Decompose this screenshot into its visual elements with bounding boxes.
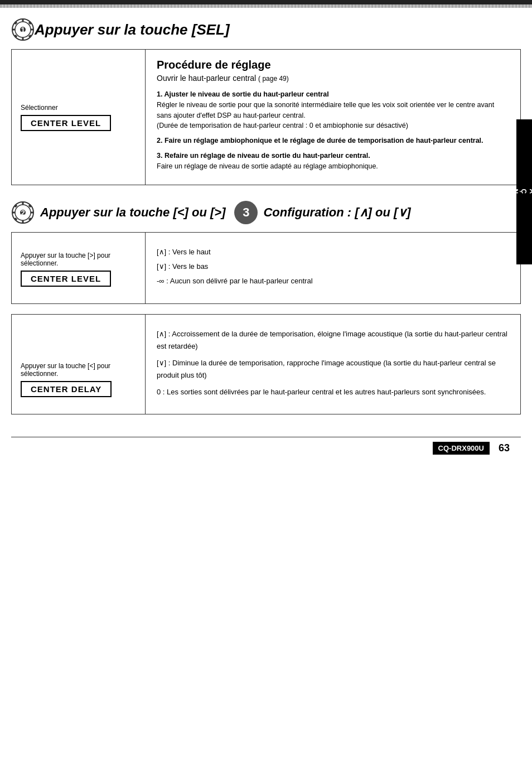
svg-text:1: 1: [21, 26, 25, 34]
proc-title-2: Faire un réglage ambiophonique et le rég…: [165, 137, 483, 144]
proc-num-1: 1.: [157, 90, 164, 98]
delay-item-1: [∧] : Accroissement de la durée de tempo…: [157, 328, 509, 353]
proc-body-3: Faire un réglage de niveau de sortie ada…: [157, 162, 378, 170]
proc-num-2: 2.: [157, 137, 165, 144]
proc-num-3: 3.: [157, 152, 165, 160]
svg-rect-5: [31, 29, 33, 31]
section2-box2: Appuyer sur la touche [<] pour sélection…: [11, 314, 521, 414]
step3-title: Configuration : [∧] ou [∨]: [263, 205, 410, 220]
config-item-3: -∞ : Aucun son délivré par le haut-parle…: [157, 275, 509, 287]
svg-rect-15: [22, 220, 24, 223]
delay-item-3-text: 0 : Les sorties sont délivrées par le ha…: [157, 388, 486, 396]
delay-item-2-text: [∨] : Diminue la durée de temporisation,…: [157, 359, 496, 379]
section2-box2-right: [∧] : Accroissement de la durée de tempo…: [146, 315, 520, 414]
sidebar-tab: F R A N Ç A I S 17: [516, 119, 532, 264]
svg-rect-3: [22, 37, 24, 40]
center-level-display-1: CENTER LEVEL: [21, 115, 111, 131]
section1-box: Sélectionner CENTER LEVEL Procédure de r…: [11, 49, 521, 185]
section1-right-col: Procédure de réglage Ouvrir le haut-parl…: [146, 50, 520, 185]
top-bar: [0, 0, 532, 4]
section2-box1-right: [∧] : Vers le haut [∨] : Vers le bas -∞ …: [146, 233, 520, 303]
step1-icon: 1: [11, 18, 35, 41]
svg-rect-4: [12, 29, 15, 31]
main-content: 1 Appuyer sur la touche [SEL] Sélectionn…: [0, 8, 532, 470]
procedure-subtitle-text: Ouvrir le haut-parleur central: [157, 74, 256, 83]
procedure-title: Procédure de réglage: [157, 59, 509, 71]
center-delay-display: CENTER DELAY: [21, 381, 112, 397]
section2-box1: Appuyer sur la touche [>] pour sélection…: [11, 232, 521, 303]
proc-item-2: 2. Faire un réglage ambiophonique et le …: [157, 136, 509, 146]
svg-rect-16: [12, 212, 15, 214]
proc-item-1: 1. Ajuster le niveau de sortie du haut-p…: [157, 89, 509, 131]
config-item-1: [∧] : Vers le haut: [157, 246, 509, 258]
sidebar-letters: F R A N Ç A I S 17: [486, 184, 532, 200]
delay-item-1-text: [∧] : Accroissement de la durée de tempo…: [157, 330, 507, 350]
proc-title-3: Refaire un réglage de niveau de sortie d…: [165, 152, 370, 160]
svg-rect-17: [31, 212, 33, 214]
config-item-2: [∨] : Vers le bas: [157, 261, 509, 273]
section2-box2-left: Appuyer sur la touche [<] pour sélection…: [12, 315, 146, 414]
proc-item-3: 3. Refaire un réglage de niveau de sorti…: [157, 151, 509, 172]
section2-box1-label: Appuyer sur la touche [>] pour sélection…: [21, 252, 136, 267]
section1-header: 1 Appuyer sur la touche [SEL]: [11, 18, 521, 41]
model-badge: CQ-DRX900U: [433, 442, 490, 455]
step2-icon: 2: [11, 201, 35, 224]
proc-title-1: Ajuster le niveau de sortie du haut-parl…: [164, 90, 328, 98]
section1-left-label: Sélectionner: [21, 104, 58, 112]
svg-text:2: 2: [21, 209, 25, 217]
center-level-display-2: CENTER LEVEL: [21, 271, 111, 287]
svg-rect-2: [22, 19, 24, 22]
procedure-subtitle-suffix: ( page 49): [258, 75, 289, 83]
step2-title: Appuyer sur la touche [<] ou [>]: [40, 205, 225, 220]
step3-icon: 3: [234, 201, 258, 224]
section2-box2-label: Appuyer sur la touche [<] pour sélection…: [21, 362, 136, 378]
section1-title: Appuyer sur la touche [SEL]: [35, 21, 230, 38]
delay-item-3: 0 : Les sorties sont délivrées par le ha…: [157, 386, 509, 398]
footer: CQ-DRX900U 63: [11, 437, 521, 459]
section1-left-col: Sélectionner CENTER LEVEL: [12, 50, 146, 185]
page-number: 63: [499, 442, 510, 454]
step3-part: 3 Configuration : [∧] ou [∨]: [234, 201, 410, 224]
svg-rect-14: [22, 202, 24, 205]
delay-item-2: [∨] : Diminue la durée de temporisation,…: [157, 357, 509, 382]
step2-part: 2 Appuyer sur la touche [<] ou [>]: [11, 201, 225, 224]
section2-header: 2 Appuyer sur la touche [<] ou [>] 3 Con…: [11, 201, 521, 224]
section2-box1-left: Appuyer sur la touche [>] pour sélection…: [12, 233, 146, 303]
procedure-subtitle: Ouvrir le haut-parleur central ( page 49…: [157, 74, 509, 83]
proc-body-1: Régler le niveau de sortie pour que la s…: [157, 101, 494, 130]
